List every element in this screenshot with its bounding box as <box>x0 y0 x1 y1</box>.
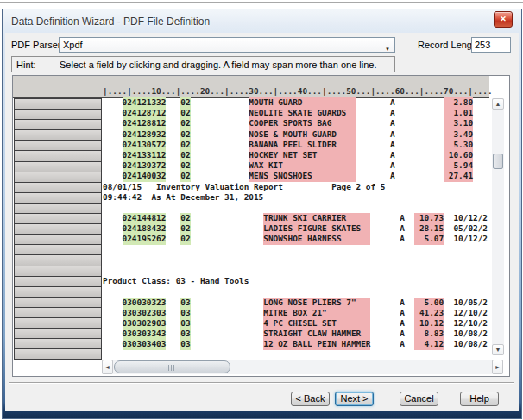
selected-field[interactable]: 024133112 <box>123 150 167 160</box>
title-bar[interactable]: Data Definition Wizard - PDF File Defini… <box>3 9 521 33</box>
selected-field[interactable]: MITRE BOX 21" <box>263 308 370 318</box>
report-line[interactable]: 08/01/15 Inventory Valuation Report Page… <box>103 182 491 192</box>
selected-field[interactable]: 02 <box>180 171 190 181</box>
report-line[interactable]: 030303343 03 STRAIGHT CLAW HAMMER A 8.83… <box>103 329 491 339</box>
selected-field[interactable]: 030302303 <box>123 308 167 318</box>
selected-field[interactable]: 030303343 <box>123 329 167 339</box>
report-line[interactable]: 024140032 02 MENS SNOSHOES A 27.41 <box>103 171 491 181</box>
selected-field[interactable]: 5.07 <box>414 234 444 244</box>
selected-field[interactable]: 3.49 <box>444 129 473 140</box>
report-line[interactable]: 09:44:42 As At December 31, 2015 <box>103 192 491 203</box>
scroll-left-button[interactable]: ◄ <box>102 360 113 374</box>
report-line[interactable] <box>103 245 491 255</box>
report-line[interactable]: 024121332 02 MOUTH GUARD A 2.80 <box>103 97 491 108</box>
report-line[interactable] <box>103 266 491 276</box>
scroll-up-button[interactable]: ▲ <box>492 98 504 110</box>
selected-field[interactable]: 10.73 <box>414 213 444 223</box>
selected-field[interactable]: 024144812 <box>123 213 167 223</box>
selected-field[interactable]: 8.83 <box>414 329 444 339</box>
selected-field[interactable]: NEOLITE SKATE GUARDS <box>249 108 356 118</box>
selected-field[interactable]: 024188432 <box>123 223 167 234</box>
report-line[interactable] <box>103 255 491 266</box>
selected-field[interactable]: 28.15 <box>414 223 444 234</box>
selected-field[interactable]: LONG NOSE PLIERS 7" <box>263 298 370 308</box>
selected-field[interactable]: HOCKEY NET SET <box>249 150 356 160</box>
selected-field[interactable]: 024121332 <box>123 97 167 108</box>
selected-field[interactable]: 024128812 <box>123 118 167 129</box>
report-line[interactable]: 030030323 03 LONG NOSE PLIERS 7" A 5.00 … <box>103 298 491 308</box>
report-line[interactable]: 024195262 02 SNOWSHOE HARNESS A 5.07 10/… <box>103 234 491 244</box>
selected-field[interactable]: SNOWSHOE HARNESS <box>263 234 370 244</box>
selected-field[interactable]: 02 <box>180 108 190 118</box>
row-selector[interactable] <box>14 348 102 360</box>
next-button[interactable]: Next > <box>335 392 374 406</box>
report-line[interactable] <box>103 203 491 213</box>
selected-field[interactable]: 5.30 <box>444 140 473 150</box>
selected-field[interactable]: 03 <box>180 298 190 308</box>
selected-field[interactable]: 2.80 <box>444 97 473 108</box>
report-line[interactable]: 024144812 02 TRUNK SKI CARRIER A 10.73 1… <box>103 213 491 223</box>
report-line[interactable]: 030302903 03 4 PC CHISEL SET A 10.12 12/… <box>103 318 491 329</box>
scroll-right-button[interactable]: ► <box>492 360 503 374</box>
selected-field[interactable]: 02 <box>180 150 190 160</box>
selected-field[interactable]: LADIES FIGURE SKATES <box>263 223 370 234</box>
selected-field[interactable]: 02 <box>180 223 190 234</box>
report-line[interactable]: 024128712 02 NEOLITE SKATE GUARDS A 1.01 <box>103 108 491 118</box>
selected-field[interactable]: 03 <box>180 318 190 329</box>
selected-field[interactable]: 02 <box>180 97 190 108</box>
close-button[interactable]: ✕ <box>494 11 513 28</box>
selected-field[interactable]: MENS SNOSHOES <box>249 171 356 181</box>
selected-field[interactable]: 030302903 <box>123 318 167 329</box>
selected-field[interactable]: 030030323 <box>123 298 167 308</box>
selected-field[interactable]: BANANA PEEL SLIDER <box>249 140 356 150</box>
selected-field[interactable]: 4.12 <box>414 339 444 349</box>
selected-field[interactable]: 02 <box>180 160 190 171</box>
report-line[interactable]: 024133112 02 HOCKEY NET SET A 10.60 <box>103 150 491 160</box>
report-lines[interactable]: 024121332 02 MOUTH GUARD A 2.80 02412871… <box>103 97 491 360</box>
report-line[interactable]: 024128932 02 NOSE & MOUTH GUARD A 3.49 <box>103 129 491 140</box>
selected-field[interactable]: 3.10 <box>444 118 473 129</box>
selected-field[interactable]: NOSE & MOUTH GUARD <box>249 129 356 140</box>
vertical-scroll-thumb[interactable] <box>493 154 503 169</box>
selected-field[interactable]: MOUTH GUARD <box>249 97 356 108</box>
selected-field[interactable]: WAX KIT <box>249 160 356 171</box>
pdf-parser-dropdown[interactable]: Xpdf ▼ <box>59 37 395 53</box>
selected-field[interactable]: 1.01 <box>444 108 473 118</box>
cancel-button[interactable]: Cancel <box>400 392 438 406</box>
report-line[interactable]: 030303403 03 12 OZ BALL PEIN HAMMER A 4.… <box>103 339 491 349</box>
selected-field[interactable]: 024128932 <box>123 129 167 140</box>
selected-field[interactable]: 41.23 <box>414 308 444 318</box>
selected-field[interactable]: 10.60 <box>444 150 473 160</box>
selected-field[interactable]: TRUNK SKI CARRIER <box>263 213 370 223</box>
selected-field[interactable]: 024195262 <box>123 234 167 244</box>
selected-field[interactable]: 02 <box>180 118 190 129</box>
selected-field[interactable]: 024130572 <box>123 140 167 150</box>
selected-field[interactable]: 02 <box>180 140 190 150</box>
selected-field[interactable]: COOPER SPORTS BAG <box>249 118 356 129</box>
selected-field[interactable]: 030303403 <box>123 339 167 349</box>
horizontal-scrollbar[interactable]: ◄ ► <box>102 360 503 374</box>
selected-field[interactable]: STRAIGHT CLAW HAMMER <box>263 329 370 339</box>
selected-field[interactable]: 03 <box>180 308 190 318</box>
report-line[interactable]: Product Class: 03 - Hand Tools <box>103 276 491 286</box>
help-button[interactable]: Help <box>460 392 499 406</box>
selected-field[interactable]: 4 PC CHISEL SET <box>263 318 370 329</box>
selected-field[interactable]: 024128712 <box>123 108 167 118</box>
selected-field[interactable]: 5.94 <box>444 160 473 171</box>
selected-field[interactable]: 03 <box>180 339 190 349</box>
selected-field[interactable]: 024140032 <box>123 171 167 181</box>
report-line[interactable]: 030302303 03 MITRE BOX 21" A 41.23 12/10… <box>103 308 491 318</box>
report-line[interactable]: 024128812 02 COOPER SPORTS BAG A 3.10 <box>103 118 491 129</box>
back-button[interactable]: < Back <box>291 392 330 406</box>
selected-field[interactable]: 27.41 <box>444 171 473 181</box>
vertical-scrollbar[interactable]: ▲ ▼ <box>492 98 504 355</box>
report-line[interactable]: 024130572 02 BANANA PEEL SLIDER A 5.30 <box>103 140 491 150</box>
selected-field[interactable]: 02 <box>180 213 190 223</box>
horizontal-scroll-thumb[interactable] <box>114 360 230 373</box>
report-line[interactable] <box>103 286 491 297</box>
selected-field[interactable]: 02 <box>180 129 190 140</box>
scroll-down-button[interactable]: ▼ <box>492 344 504 355</box>
report-line[interactable]: 024188432 02 LADIES FIGURE SKATES A 28.1… <box>103 223 491 234</box>
record-length-input[interactable] <box>471 37 511 53</box>
selected-field[interactable]: 5.00 <box>414 298 444 308</box>
